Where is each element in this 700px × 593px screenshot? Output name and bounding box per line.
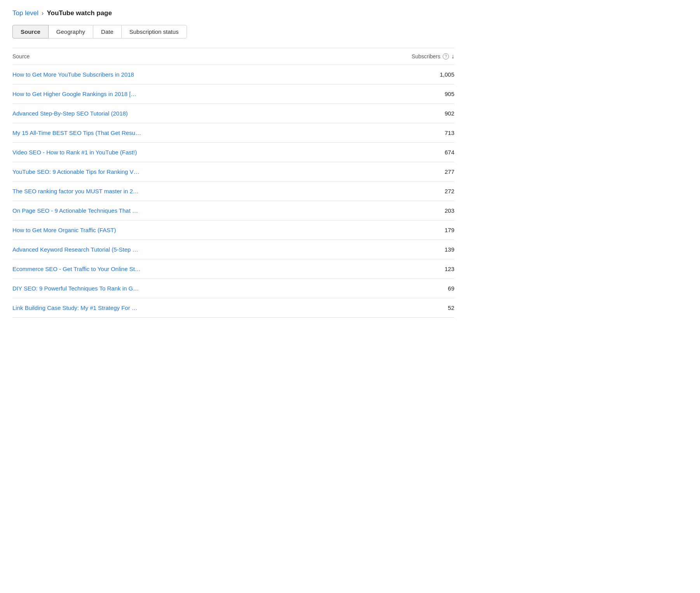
row-source-link[interactable]: How to Get Higher Google Rankings in 201… [12, 91, 136, 97]
tab-subscription_status[interactable]: Subscription status [121, 25, 187, 38]
table-row: DIY SEO: 9 Powerful Techniques To Rank i… [12, 279, 454, 298]
row-subscribers-count: 179 [423, 227, 454, 233]
table-row: Ecommerce SEO - Get Traffic to Your Onli… [12, 259, 454, 279]
table-row: How to Get Higher Google Rankings in 201… [12, 84, 454, 104]
sort-icon[interactable]: ↓ [451, 53, 454, 60]
table-row: Link Building Case Study: My #1 Strategy… [12, 298, 454, 318]
row-source-link[interactable]: DIY SEO: 9 Powerful Techniques To Rank i… [12, 285, 139, 292]
table-rows: How to Get More YouTube Subscribers in 2… [12, 65, 454, 318]
tab-source[interactable]: Source [12, 25, 49, 38]
table-header-subscribers: Subscribers ? ↓ [412, 53, 454, 60]
table-row: My 15 All-Time BEST SEO Tips (That Get R… [12, 123, 454, 143]
breadcrumb-separator: › [42, 10, 44, 17]
row-source-link[interactable]: Ecommerce SEO - Get Traffic to Your Onli… [12, 266, 141, 272]
table-row: How to Get More YouTube Subscribers in 2… [12, 65, 454, 84]
tab-geography[interactable]: Geography [48, 25, 93, 38]
row-source-link[interactable]: My 15 All-Time BEST SEO Tips (That Get R… [12, 129, 141, 136]
table-container: Source Subscribers ? ↓ How to Get More Y… [12, 48, 454, 318]
row-source-link[interactable]: YouTube SEO: 9 Actionable Tips for Ranki… [12, 168, 140, 175]
row-subscribers-count: 277 [423, 168, 454, 175]
row-subscribers-count: 713 [423, 129, 454, 136]
row-subscribers-count: 52 [423, 304, 454, 311]
subscribers-label: Subscribers [412, 53, 440, 59]
row-subscribers-count: 674 [423, 149, 454, 156]
breadcrumb: Top level › YouTube watch page [12, 9, 454, 17]
row-source-link[interactable]: On Page SEO - 9 Actionable Techniques Th… [12, 207, 138, 214]
row-source-link[interactable]: Advanced Step-By-Step SEO Tutorial (2018… [12, 110, 128, 117]
row-source-link[interactable]: The SEO ranking factor you MUST master i… [12, 188, 139, 194]
breadcrumb-top-level[interactable]: Top level [12, 9, 38, 17]
row-source-link[interactable]: How to Get More YouTube Subscribers in 2… [12, 71, 134, 78]
row-subscribers-count: 123 [423, 266, 454, 272]
row-subscribers-count: 272 [423, 188, 454, 194]
table-row: Advanced Step-By-Step SEO Tutorial (2018… [12, 104, 454, 123]
tabs-container: SourceGeographyDateSubscription status [12, 25, 454, 38]
table-row: The SEO ranking factor you MUST master i… [12, 182, 454, 201]
row-subscribers-count: 139 [423, 246, 454, 253]
row-source-link[interactable]: Advanced Keyword Research Tutorial (5-St… [12, 246, 138, 253]
table-row: Video SEO - How to Rank #1 in YouTube (F… [12, 143, 454, 162]
row-source-link[interactable]: How to Get More Organic Traffic (FAST) [12, 227, 116, 233]
table-row: YouTube SEO: 9 Actionable Tips for Ranki… [12, 162, 454, 182]
row-subscribers-count: 203 [423, 207, 454, 214]
row-subscribers-count: 905 [423, 91, 454, 97]
row-source-link[interactable]: Link Building Case Study: My #1 Strategy… [12, 304, 138, 311]
tab-date[interactable]: Date [93, 25, 122, 38]
table-header-source-label: Source [12, 53, 30, 59]
help-icon[interactable]: ? [443, 53, 449, 59]
breadcrumb-current: YouTube watch page [47, 9, 112, 17]
row-subscribers-count: 902 [423, 110, 454, 117]
row-source-link[interactable]: Video SEO - How to Rank #1 in YouTube (F… [12, 149, 137, 156]
table-row: Advanced Keyword Research Tutorial (5-St… [12, 240, 454, 259]
table-row: On Page SEO - 9 Actionable Techniques Th… [12, 201, 454, 220]
table-row: How to Get More Organic Traffic (FAST)17… [12, 220, 454, 240]
row-subscribers-count: 1,005 [423, 71, 454, 78]
table-header: Source Subscribers ? ↓ [12, 48, 454, 65]
row-subscribers-count: 69 [423, 285, 454, 292]
